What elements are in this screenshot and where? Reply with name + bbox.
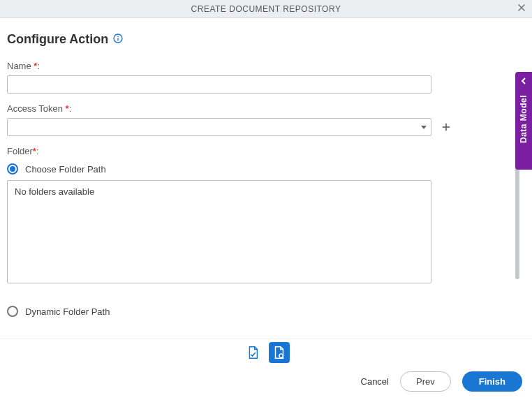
- document-gear-icon: [272, 345, 287, 360]
- svg-point-1: [118, 36, 119, 38]
- finish-button[interactable]: Finish: [462, 371, 522, 392]
- tool-row: [0, 339, 532, 365]
- info-icon[interactable]: [112, 33, 124, 46]
- close-button[interactable]: [515, 1, 528, 16]
- data-model-tab[interactable]: Data Model: [515, 72, 532, 170]
- side-tab-label: Data Model: [519, 95, 529, 143]
- page-heading: Configure Action: [7, 32, 108, 47]
- radio-dynamic-folder-path[interactable]: Dynamic Folder Path: [7, 306, 504, 317]
- name-input[interactable]: [7, 75, 431, 94]
- button-row: Cancel Prev Finish: [0, 365, 532, 400]
- dialog-window: CREATE DOCUMENT REPOSITORY Configure Act…: [0, 0, 532, 400]
- document-settings-button[interactable]: [269, 342, 290, 363]
- folder-list-box: No folders available: [7, 180, 431, 283]
- access-token-select[interactable]: [7, 118, 431, 136]
- document-check-icon: [245, 345, 260, 360]
- footer: Cancel Prev Finish: [0, 339, 532, 400]
- chevron-down-icon: [421, 126, 427, 129]
- svg-rect-2: [118, 38, 119, 40]
- window-title: CREATE DOCUMENT REPOSITORY: [191, 4, 341, 14]
- heading-row: Configure Action: [7, 32, 504, 47]
- radio-label-choose: Choose Folder Path: [25, 164, 106, 175]
- radio-unselected-icon: [7, 306, 18, 317]
- radio-selected-icon: [7, 163, 18, 175]
- titlebar: CREATE DOCUMENT REPOSITORY: [0, 0, 532, 18]
- folder-empty-text: No folders available: [15, 186, 94, 197]
- radio-label-dynamic: Dynamic Folder Path: [25, 306, 110, 317]
- close-icon: [515, 1, 528, 14]
- access-token-label: Access Token *:: [7, 103, 504, 114]
- access-token-row: [7, 118, 504, 136]
- add-access-token-button[interactable]: [438, 119, 454, 135]
- cancel-button[interactable]: Cancel: [361, 376, 389, 387]
- document-check-button[interactable]: [242, 342, 263, 363]
- folder-label: Folder*:: [7, 146, 504, 156]
- prev-button[interactable]: Prev: [400, 371, 451, 392]
- radio-choose-folder-path[interactable]: Choose Folder Path: [7, 163, 504, 175]
- name-label: Name *:: [7, 61, 504, 71]
- chevron-left-icon: [520, 76, 527, 87]
- plus-icon: [440, 121, 452, 133]
